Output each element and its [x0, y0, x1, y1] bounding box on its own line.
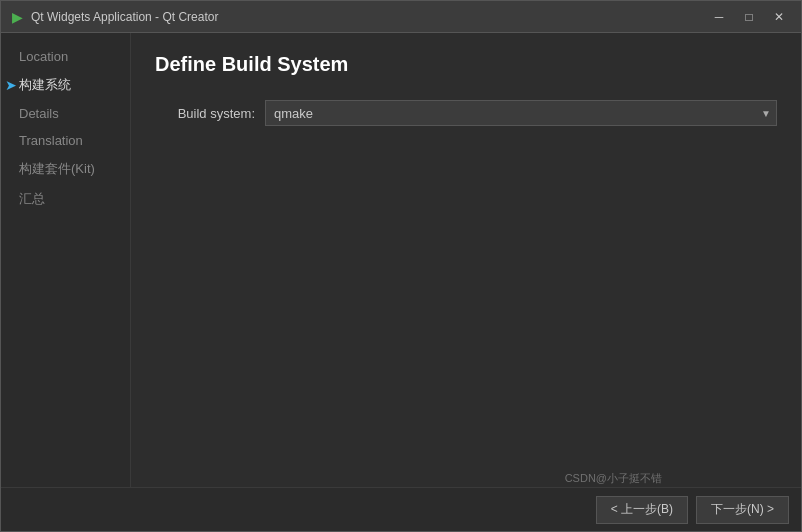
title-bar-left: ▶ Qt Widgets Application - Qt Creator: [9, 9, 218, 25]
content-area: Location ➤ 构建系统 Details Translation 构建套件…: [1, 33, 801, 487]
sidebar-item-kit[interactable]: 构建套件(Kit): [1, 154, 130, 184]
sidebar-item-label: 汇总: [19, 190, 45, 208]
maximize-button[interactable]: □: [735, 7, 763, 27]
title-bar-controls: ─ □ ✕: [705, 7, 793, 27]
sidebar-item-details[interactable]: Details: [1, 100, 130, 127]
footer: < 上一步(B) 下一步(N) >: [1, 487, 801, 531]
title-bar: ▶ Qt Widgets Application - Qt Creator ─ …: [1, 1, 801, 33]
minimize-button[interactable]: ─: [705, 7, 733, 27]
sidebar-item-label: 构建系统: [19, 76, 71, 94]
sidebar-item-build-system[interactable]: ➤ 构建系统: [1, 70, 130, 100]
window-title: Qt Widgets Application - Qt Creator: [31, 10, 218, 24]
sidebar-item-label: Translation: [19, 133, 83, 148]
sidebar-item-label: 构建套件(Kit): [19, 160, 95, 178]
sidebar-item-location[interactable]: Location: [1, 43, 130, 70]
app-icon: ▶: [9, 9, 25, 25]
sidebar-item-label: Details: [19, 106, 59, 121]
sidebar-item-label: Location: [19, 49, 68, 64]
back-button[interactable]: < 上一步(B): [596, 496, 688, 524]
build-system-select-wrapper: qmake CMake qbs ▼: [265, 100, 777, 126]
page-title: Define Build System: [155, 53, 777, 76]
build-system-row: Build system: qmake CMake qbs ▼: [155, 100, 777, 126]
arrow-icon: ➤: [5, 77, 17, 93]
close-button[interactable]: ✕: [765, 7, 793, 27]
sidebar: Location ➤ 构建系统 Details Translation 构建套件…: [1, 33, 131, 487]
main-panel: Define Build System Build system: qmake …: [131, 33, 801, 487]
build-system-select[interactable]: qmake CMake qbs: [265, 100, 777, 126]
sidebar-item-summary[interactable]: 汇总: [1, 184, 130, 214]
build-system-label: Build system:: [155, 106, 255, 121]
main-window: ▶ Qt Widgets Application - Qt Creator ─ …: [0, 0, 802, 532]
sidebar-item-translation[interactable]: Translation: [1, 127, 130, 154]
next-button[interactable]: 下一步(N) >: [696, 496, 789, 524]
